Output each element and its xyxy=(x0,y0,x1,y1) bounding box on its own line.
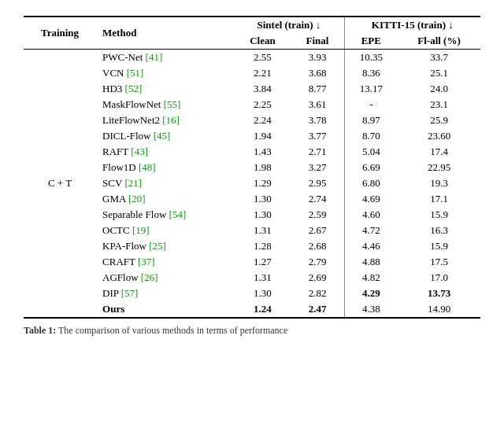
epe-cell: 8.70 xyxy=(344,128,398,144)
method-cell: RAFT [43] xyxy=(96,144,234,160)
flall-cell: 17.4 xyxy=(398,144,480,160)
epe-cell: 4.46 xyxy=(344,238,398,254)
final-cell: 2.59 xyxy=(291,207,344,223)
table-caption: Table 1: The comparison of various metho… xyxy=(24,325,480,337)
clean-cell: 2.24 xyxy=(234,112,291,128)
epe-cell: 4.88 xyxy=(344,254,398,270)
method-cell: Flow1D [48] xyxy=(96,160,234,175)
clean-cell: 1.98 xyxy=(234,160,291,175)
final-cell: 2.68 xyxy=(291,238,344,254)
training-header: Training xyxy=(24,17,96,50)
clean-cell: 1.29 xyxy=(234,175,291,191)
final-cell: 2.67 xyxy=(291,223,344,238)
method-cell: GMA [20] xyxy=(96,191,234,207)
epe-cell: 4.69 xyxy=(344,191,398,207)
table-container: Training Method Sintel (train) ↓ KITTI-1… xyxy=(24,16,480,337)
clean-cell: 1.31 xyxy=(234,270,291,286)
final-cell: 2.79 xyxy=(291,254,344,270)
results-table: Training Method Sintel (train) ↓ KITTI-1… xyxy=(24,16,480,319)
flall-cell: 19.3 xyxy=(398,175,480,191)
final-cell: 2.95 xyxy=(291,175,344,191)
clean-cell: 1.24 xyxy=(234,301,291,318)
epe-cell: 6.69 xyxy=(344,160,398,175)
final-cell: 3.93 xyxy=(291,50,344,66)
final-cell: 3.68 xyxy=(291,65,344,81)
final-cell: 3.78 xyxy=(291,112,344,128)
flall-cell: 17.1 xyxy=(398,191,480,207)
method-cell: CRAFT [37] xyxy=(96,254,234,270)
col-group-header-row: Training Method Sintel (train) ↓ KITTI-1… xyxy=(24,17,480,33)
epe-cell: 5.04 xyxy=(344,144,398,160)
epe-cell: - xyxy=(344,97,398,112)
method-cell: LiteFlowNet2 [16] xyxy=(96,112,234,128)
flall-cell: 16.3 xyxy=(398,223,480,238)
method-cell: DIP [57] xyxy=(96,286,234,301)
clean-cell: 1.30 xyxy=(234,191,291,207)
final-cell: 2.47 xyxy=(291,301,344,318)
clean-cell: 3.84 xyxy=(234,81,291,97)
flall-cell: 17.0 xyxy=(398,270,480,286)
method-cell: AGFlow [26] xyxy=(96,270,234,286)
flall-cell: 17.5 xyxy=(398,254,480,270)
method-cell: MaskFlowNet [55] xyxy=(96,97,234,112)
epe-cell: 4.82 xyxy=(344,270,398,286)
clean-cell: 2.25 xyxy=(234,97,291,112)
flall-cell: 24.0 xyxy=(398,81,480,97)
sintel-group-header: Sintel (train) ↓ xyxy=(234,17,344,33)
clean-cell: 1.94 xyxy=(234,128,291,144)
method-cell: PWC-Net [41] xyxy=(96,50,234,66)
final-header: Final xyxy=(291,33,344,50)
clean-cell: 1.30 xyxy=(234,286,291,301)
final-cell: 2.74 xyxy=(291,191,344,207)
epe-cell: 4.29 xyxy=(344,286,398,301)
flall-cell: 25.9 xyxy=(398,112,480,128)
final-cell: 2.69 xyxy=(291,270,344,286)
epe-cell: 13.17 xyxy=(344,81,398,97)
method-cell: KPA-Flow [25] xyxy=(96,238,234,254)
flall-cell: 23.60 xyxy=(398,128,480,144)
epe-cell: 8.97 xyxy=(344,112,398,128)
clean-cell: 1.27 xyxy=(234,254,291,270)
epe-cell: 10.35 xyxy=(344,50,398,66)
clean-cell: 1.28 xyxy=(234,238,291,254)
flall-cell: 33.7 xyxy=(398,50,480,66)
final-cell: 2.82 xyxy=(291,286,344,301)
training-cell: C + T xyxy=(24,50,96,319)
final-cell: 2.71 xyxy=(291,144,344,160)
method-cell: Ours xyxy=(96,301,234,318)
kitti-group-header: KITTI-15 (train) ↓ xyxy=(344,17,480,33)
method-header: Method xyxy=(96,17,234,50)
flall-cell: 25.1 xyxy=(398,65,480,81)
clean-cell: 1.43 xyxy=(234,144,291,160)
epe-cell: 8.36 xyxy=(344,65,398,81)
method-cell: VCN [51] xyxy=(96,65,234,81)
method-cell: DICL-Flow [45] xyxy=(96,128,234,144)
epe-cell: 6.80 xyxy=(344,175,398,191)
epe-cell: 4.38 xyxy=(344,301,398,318)
method-cell: Separable Flow [54] xyxy=(96,207,234,223)
final-cell: 3.61 xyxy=(291,97,344,112)
clean-cell: 1.30 xyxy=(234,207,291,223)
flall-cell: 15.9 xyxy=(398,238,480,254)
final-cell: 3.27 xyxy=(291,160,344,175)
final-cell: 8.77 xyxy=(291,81,344,97)
table-row: C + TPWC-Net [41]2.553.9310.3533.7 xyxy=(24,50,480,66)
method-cell: OCTC [19] xyxy=(96,223,234,238)
flall-cell: 22.95 xyxy=(398,160,480,175)
method-cell: HD3 [52] xyxy=(96,81,234,97)
flall-cell: 23.1 xyxy=(398,97,480,112)
epe-header: EPE xyxy=(344,33,398,50)
final-cell: 3.77 xyxy=(291,128,344,144)
flall-cell: 13.73 xyxy=(398,286,480,301)
method-cell: SCV [21] xyxy=(96,175,234,191)
flall-cell: 15.9 xyxy=(398,207,480,223)
clean-header: Clean xyxy=(234,33,291,50)
epe-cell: 4.72 xyxy=(344,223,398,238)
epe-cell: 4.60 xyxy=(344,207,398,223)
clean-cell: 1.31 xyxy=(234,223,291,238)
clean-cell: 2.21 xyxy=(234,65,291,81)
flall-cell: 14.90 xyxy=(398,301,480,318)
clean-cell: 2.55 xyxy=(234,50,291,66)
flall-header: Fl-all (%) xyxy=(398,33,480,50)
